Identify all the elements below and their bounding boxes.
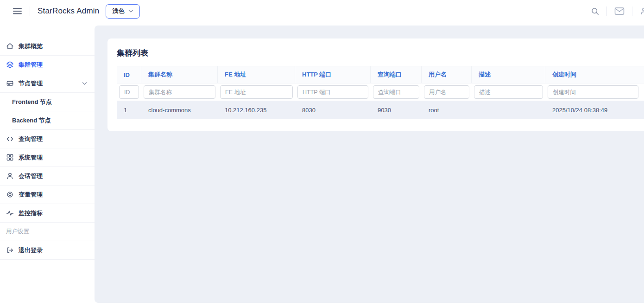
theme-selector[interactable]: 浅色 bbox=[106, 4, 140, 19]
sidebar-item-cluster-overview[interactable]: 集群概览 bbox=[0, 37, 95, 56]
user-icon[interactable] bbox=[640, 7, 644, 15]
topbar-divider bbox=[632, 6, 632, 16]
page-title: 集群列表 bbox=[107, 38, 644, 66]
sidebar-item-label: Frontend 节点 bbox=[12, 98, 52, 106]
filter-input-username[interactable] bbox=[424, 85, 469, 99]
column-header-cluster-name: 集群名称 bbox=[141, 66, 218, 83]
column-header-description: 描述 bbox=[472, 66, 545, 83]
sidebar-item-node-management[interactable]: 节点管理 bbox=[0, 74, 95, 93]
logout-icon bbox=[6, 246, 14, 254]
filter-input-created-at[interactable] bbox=[548, 85, 638, 99]
table-filter-row bbox=[117, 83, 644, 101]
filter-input-fe-address[interactable] bbox=[220, 85, 293, 99]
cell-description bbox=[472, 101, 545, 119]
column-header-id: ID bbox=[117, 66, 141, 83]
cell-id: 1 bbox=[117, 101, 141, 119]
cluster-list-card: 集群列表 ID 集群名称 FE 地址 HTTP 端口 查询端口 用户名 描述 创… bbox=[107, 38, 644, 131]
sidebar-item-label: 系统管理 bbox=[19, 154, 43, 162]
table-row[interactable]: 1 cloud-commons 10.212.160.235 8030 9030… bbox=[117, 101, 644, 119]
sidebar-item-session-management[interactable]: 会话管理 bbox=[0, 167, 95, 185]
app-title: StarRocks Admin bbox=[38, 6, 99, 16]
sidebar-item-logout[interactable]: 退出登录 bbox=[0, 241, 95, 260]
column-header-username: 用户名 bbox=[422, 66, 472, 83]
theme-selector-label: 浅色 bbox=[112, 7, 124, 15]
sidebar-item-label: 节点管理 bbox=[19, 79, 43, 88]
sidebar-item-label: Backend 节点 bbox=[12, 116, 51, 125]
cell-fe-address: 10.212.160.235 bbox=[218, 101, 295, 119]
column-header-query-port: 查询端口 bbox=[371, 66, 422, 83]
home-icon bbox=[6, 42, 14, 50]
server-icon bbox=[6, 79, 14, 87]
column-header-created-at: 创建时间 bbox=[545, 66, 644, 83]
content-panel: 集群列表 ID 集群名称 FE 地址 HTTP 端口 查询端口 用户名 描述 创… bbox=[95, 26, 644, 303]
topbar-divider bbox=[606, 6, 607, 16]
sidebar-item-label: 监控指标 bbox=[19, 209, 43, 217]
sidebar-item-label: 查询管理 bbox=[19, 135, 43, 143]
table-header-row: ID 集群名称 FE 地址 HTTP 端口 查询端口 用户名 描述 创建时间 bbox=[117, 66, 644, 83]
grid-icon bbox=[6, 154, 14, 161]
gear-icon bbox=[6, 191, 14, 198]
sidebar-section-user-settings: 用户设置 bbox=[0, 223, 95, 241]
topbar-divider bbox=[30, 6, 30, 16]
mail-icon[interactable] bbox=[614, 7, 625, 15]
cell-username: root bbox=[422, 101, 472, 119]
cell-http-port: 8030 bbox=[295, 101, 371, 119]
cell-created-at: 2025/10/24 08:38:49 bbox=[545, 101, 644, 119]
topbar-left: StarRocks Admin 浅色 bbox=[0, 4, 140, 19]
filter-input-description[interactable] bbox=[474, 85, 543, 99]
sidebar: 集群概览 集群管理 节点管理 Frontend 节点 Backend 节点 bbox=[0, 22, 95, 307]
sidebar-item-backend-nodes[interactable]: Backend 节点 bbox=[12, 111, 95, 130]
sidebar-section-label: 用户设置 bbox=[6, 228, 29, 236]
menu-collapse-icon[interactable] bbox=[13, 6, 22, 16]
sidebar-item-label: 会话管理 bbox=[19, 172, 43, 180]
cell-query-port: 9030 bbox=[371, 101, 422, 119]
sidebar-item-frontend-nodes[interactable]: Frontend 节点 bbox=[12, 93, 95, 111]
cluster-table: ID 集群名称 FE 地址 HTTP 端口 查询端口 用户名 描述 创建时间 bbox=[117, 66, 644, 119]
search-icon[interactable] bbox=[591, 7, 599, 15]
filter-input-cluster-name[interactable] bbox=[144, 85, 215, 99]
chevron-down-icon bbox=[82, 82, 87, 85]
cell-cluster-name: cloud-commons bbox=[141, 101, 218, 119]
topbar: StarRocks Admin 浅色 bbox=[0, 0, 644, 22]
layers-icon bbox=[6, 61, 14, 69]
filter-input-query-port[interactable] bbox=[373, 85, 419, 99]
sidebar-item-system-management[interactable]: 系统管理 bbox=[0, 148, 95, 167]
filter-input-id[interactable] bbox=[119, 85, 139, 99]
filter-input-http-port[interactable] bbox=[297, 85, 368, 99]
activity-icon bbox=[6, 209, 14, 217]
column-header-http-port: HTTP 端口 bbox=[295, 66, 371, 83]
topbar-right bbox=[591, 0, 644, 22]
sidebar-item-label: 集群概览 bbox=[19, 42, 43, 51]
person-icon bbox=[6, 172, 14, 180]
sidebar-item-label: 集群管理 bbox=[19, 61, 43, 69]
sidebar-item-query-management[interactable]: 查询管理 bbox=[0, 130, 95, 148]
chevron-down-icon bbox=[128, 9, 133, 13]
column-header-fe-address: FE 地址 bbox=[218, 66, 295, 83]
sidebar-item-label: 退出登录 bbox=[19, 246, 43, 255]
sidebar-item-variable-management[interactable]: 变量管理 bbox=[0, 185, 95, 204]
code-icon bbox=[6, 135, 14, 143]
sidebar-item-monitoring-metrics[interactable]: 监控指标 bbox=[0, 204, 95, 223]
sidebar-item-cluster-management[interactable]: 集群管理 bbox=[0, 56, 95, 74]
sidebar-item-label: 变量管理 bbox=[19, 191, 43, 199]
